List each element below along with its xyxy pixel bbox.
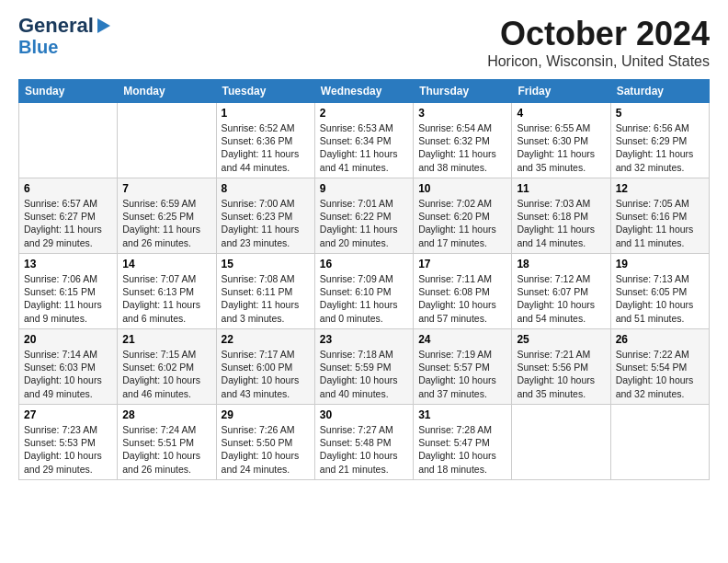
table-row: 25Sunrise: 7:21 AMSunset: 5:56 PMDayligh… <box>512 329 610 405</box>
day-number: 4 <box>517 107 605 120</box>
cell-content: Sunrise: 6:57 AMSunset: 6:27 PMDaylight:… <box>24 197 112 249</box>
table-row: 8Sunrise: 7:00 AMSunset: 6:23 PMDaylight… <box>216 178 314 254</box>
day-number: 22 <box>222 333 310 346</box>
logo: General Blue <box>18 15 110 57</box>
cell-content: Sunrise: 6:59 AMSunset: 6:25 PMDaylight:… <box>122 197 210 249</box>
day-number: 26 <box>616 333 704 346</box>
day-number: 7 <box>122 182 210 195</box>
day-number: 25 <box>517 333 605 346</box>
calendar-week-row: 20Sunrise: 7:14 AMSunset: 6:03 PMDayligh… <box>19 329 710 405</box>
col-friday: Friday <box>512 80 610 103</box>
cell-content: Sunrise: 7:17 AMSunset: 6:00 PMDaylight:… <box>222 348 310 400</box>
cell-content: Sunrise: 6:56 AMSunset: 6:29 PMDaylight:… <box>616 121 704 174</box>
calendar-week-row: 1Sunrise: 6:52 AMSunset: 6:36 PMDaylight… <box>19 103 710 178</box>
table-row: 9Sunrise: 7:01 AMSunset: 6:22 PMDaylight… <box>314 178 413 254</box>
col-saturday: Saturday <box>610 80 709 103</box>
cell-content: Sunrise: 7:14 AMSunset: 6:03 PMDaylight:… <box>24 348 112 400</box>
table-row: 11Sunrise: 7:03 AMSunset: 6:18 PMDayligh… <box>512 178 610 254</box>
calendar-week-row: 27Sunrise: 7:23 AMSunset: 5:53 PMDayligh… <box>19 405 710 480</box>
table-row <box>512 405 610 480</box>
col-tuesday: Tuesday <box>216 80 314 103</box>
table-row: 16Sunrise: 7:09 AMSunset: 6:10 PMDayligh… <box>314 254 413 329</box>
cell-content: Sunrise: 7:03 AMSunset: 6:18 PMDaylight:… <box>517 197 605 249</box>
cell-content: Sunrise: 7:21 AMSunset: 5:56 PMDaylight:… <box>517 348 605 400</box>
day-number: 14 <box>122 258 210 270</box>
table-row: 6Sunrise: 6:57 AMSunset: 6:27 PMDaylight… <box>19 178 118 254</box>
day-number: 9 <box>320 182 408 195</box>
day-number: 28 <box>122 408 210 421</box>
col-thursday: Thursday <box>414 80 512 103</box>
day-number: 12 <box>616 182 704 195</box>
cell-content: Sunrise: 7:09 AMSunset: 6:10 PMDaylight:… <box>320 272 408 325</box>
cell-content: Sunrise: 7:05 AMSunset: 6:16 PMDaylight:… <box>616 197 704 249</box>
cell-content: Sunrise: 7:27 AMSunset: 5:48 PMDaylight:… <box>320 423 408 476</box>
title-area: October 2024 Horicon, Wisconsin, United … <box>487 15 710 70</box>
table-row: 7Sunrise: 6:59 AMSunset: 6:25 PMDaylight… <box>118 178 216 254</box>
cell-content: Sunrise: 7:23 AMSunset: 5:53 PMDaylight:… <box>24 423 112 476</box>
logo-general: General <box>18 15 94 37</box>
cell-content: Sunrise: 6:55 AMSunset: 6:30 PMDaylight:… <box>517 121 605 174</box>
calendar-table: Sunday Monday Tuesday Wednesday Thursday… <box>18 79 710 480</box>
day-number: 15 <box>222 258 310 270</box>
table-row: 19Sunrise: 7:13 AMSunset: 6:05 PMDayligh… <box>610 254 709 329</box>
day-number: 8 <box>222 182 310 195</box>
day-number: 2 <box>320 107 408 120</box>
day-number: 20 <box>24 333 112 346</box>
day-number: 24 <box>418 333 506 346</box>
table-row <box>19 103 118 178</box>
cell-content: Sunrise: 6:53 AMSunset: 6:34 PMDaylight:… <box>320 121 408 174</box>
day-number: 18 <box>517 258 605 270</box>
table-row: 17Sunrise: 7:11 AMSunset: 6:08 PMDayligh… <box>414 254 512 329</box>
table-row <box>610 405 709 480</box>
col-wednesday: Wednesday <box>314 80 413 103</box>
cell-content: Sunrise: 7:26 AMSunset: 5:50 PMDaylight:… <box>222 423 310 476</box>
cell-content: Sunrise: 6:54 AMSunset: 6:32 PMDaylight:… <box>418 121 506 174</box>
table-row: 24Sunrise: 7:19 AMSunset: 5:57 PMDayligh… <box>414 329 512 405</box>
day-number: 30 <box>320 408 408 421</box>
cell-content: Sunrise: 7:08 AMSunset: 6:11 PMDaylight:… <box>222 272 310 325</box>
day-number: 1 <box>222 107 310 120</box>
day-number: 31 <box>418 408 506 421</box>
day-number: 5 <box>616 107 704 120</box>
cell-content: Sunrise: 7:13 AMSunset: 6:05 PMDaylight:… <box>616 272 704 325</box>
cell-content: Sunrise: 7:28 AMSunset: 5:47 PMDaylight:… <box>418 423 506 476</box>
table-row: 5Sunrise: 6:56 AMSunset: 6:29 PMDaylight… <box>610 103 709 178</box>
col-monday: Monday <box>118 80 216 103</box>
day-number: 16 <box>320 258 408 270</box>
table-row: 29Sunrise: 7:26 AMSunset: 5:50 PMDayligh… <box>216 405 314 480</box>
cell-content: Sunrise: 7:15 AMSunset: 6:02 PMDaylight:… <box>122 348 210 400</box>
cell-content: Sunrise: 7:02 AMSunset: 6:20 PMDaylight:… <box>418 197 506 249</box>
table-row: 15Sunrise: 7:08 AMSunset: 6:11 PMDayligh… <box>216 254 314 329</box>
cell-content: Sunrise: 7:11 AMSunset: 6:08 PMDaylight:… <box>418 272 506 325</box>
cell-content: Sunrise: 7:07 AMSunset: 6:13 PMDaylight:… <box>122 272 210 325</box>
table-row: 4Sunrise: 6:55 AMSunset: 6:30 PMDaylight… <box>512 103 610 178</box>
cell-content: Sunrise: 7:01 AMSunset: 6:22 PMDaylight:… <box>320 197 408 249</box>
day-number: 6 <box>24 182 112 195</box>
month-title: October 2024 <box>487 15 710 53</box>
page-header: General Blue October 2024 Horicon, Wisco… <box>18 15 710 70</box>
cell-content: Sunrise: 7:00 AMSunset: 6:23 PMDaylight:… <box>222 197 310 249</box>
table-row: 30Sunrise: 7:27 AMSunset: 5:48 PMDayligh… <box>314 405 413 480</box>
table-row: 18Sunrise: 7:12 AMSunset: 6:07 PMDayligh… <box>512 254 610 329</box>
location-title: Horicon, Wisconsin, United States <box>487 53 710 70</box>
day-number: 23 <box>320 333 408 346</box>
table-row: 20Sunrise: 7:14 AMSunset: 6:03 PMDayligh… <box>19 329 118 405</box>
day-number: 29 <box>222 408 310 421</box>
table-row: 22Sunrise: 7:17 AMSunset: 6:00 PMDayligh… <box>216 329 314 405</box>
cell-content: Sunrise: 7:22 AMSunset: 5:54 PMDaylight:… <box>616 348 704 400</box>
day-number: 19 <box>616 258 704 270</box>
cell-content: Sunrise: 7:06 AMSunset: 6:15 PMDaylight:… <box>24 272 112 325</box>
day-number: 13 <box>24 258 112 270</box>
calendar-header-row: Sunday Monday Tuesday Wednesday Thursday… <box>19 80 710 103</box>
table-row <box>118 103 216 178</box>
table-row: 27Sunrise: 7:23 AMSunset: 5:53 PMDayligh… <box>19 405 118 480</box>
cell-content: Sunrise: 7:12 AMSunset: 6:07 PMDaylight:… <box>517 272 605 325</box>
day-number: 27 <box>24 408 112 421</box>
calendar-week-row: 13Sunrise: 7:06 AMSunset: 6:15 PMDayligh… <box>19 254 710 329</box>
col-sunday: Sunday <box>19 80 118 103</box>
table-row: 14Sunrise: 7:07 AMSunset: 6:13 PMDayligh… <box>118 254 216 329</box>
logo-blue: Blue <box>18 37 58 57</box>
table-row: 31Sunrise: 7:28 AMSunset: 5:47 PMDayligh… <box>414 405 512 480</box>
table-row: 28Sunrise: 7:24 AMSunset: 5:51 PMDayligh… <box>118 405 216 480</box>
cell-content: Sunrise: 7:19 AMSunset: 5:57 PMDaylight:… <box>418 348 506 400</box>
